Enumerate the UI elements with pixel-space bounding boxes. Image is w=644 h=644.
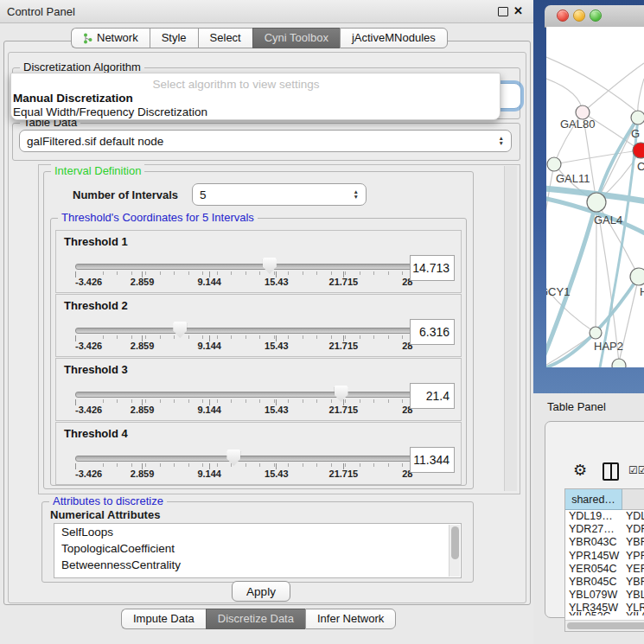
tab-select[interactable]: Select xyxy=(198,28,252,48)
table-row[interactable]: YBR043CYBR0 xyxy=(565,536,644,549)
threshold-1-panel: Threshold 1 -3.4262.8599.14415.4321.7152… xyxy=(55,230,462,293)
list-item[interactable]: TopologicalCoefficient xyxy=(61,542,175,555)
vertical-scrollbar[interactable] xyxy=(504,166,517,491)
threshold-4-label: Threshold 4 xyxy=(64,427,128,440)
node-label: GAL4 xyxy=(594,214,622,226)
group-label: Attributes to discretize xyxy=(49,494,167,507)
algorithm-dropdown-popup: Select algorithm to view settings Manual… xyxy=(10,73,501,120)
tab-style[interactable]: Style xyxy=(150,28,198,48)
table-panel-container: ⚙ ☑☑ shared… n YDL19…YDL1 YDR27…YDR2 YBR… xyxy=(545,421,644,618)
table-row[interactable]: YPR145WYPR1 xyxy=(565,550,644,563)
network-node-h[interactable] xyxy=(630,268,644,285)
threshold-3-value-field[interactable]: 21.4 xyxy=(410,383,455,409)
number-of-intervals-label: Number of Intervals xyxy=(73,188,178,201)
tab-infer-network[interactable]: Infer Network xyxy=(305,609,396,629)
tab-label: Network xyxy=(97,29,138,48)
tab-label: Impute Data xyxy=(133,609,194,628)
tab-label: Infer Network xyxy=(317,609,384,628)
table-row[interactable]: YDL19…YDL1 xyxy=(565,510,644,523)
tab-jactivemnodules[interactable]: jActiveMNodules xyxy=(340,28,448,48)
stepper-arrows-icon: ▲▼ xyxy=(354,189,359,200)
table-data-value: galFiltered.sif default node xyxy=(27,135,163,148)
network-node-hap2[interactable] xyxy=(590,327,602,339)
network-node-gal11[interactable] xyxy=(547,157,561,171)
control-panel-titlebar[interactable]: Control Panel ✕ xyxy=(0,0,533,23)
columns-icon[interactable] xyxy=(603,462,619,481)
threshold-1-value-field[interactable]: 14.713 xyxy=(410,255,455,281)
threshold-4-value-field[interactable]: 11.344 xyxy=(410,447,455,473)
number-of-intervals-combobox[interactable]: 5 ▲▼ xyxy=(192,183,367,206)
close-icon[interactable]: ✕ xyxy=(513,4,523,17)
dropdown-item-equal-width-frequency[interactable]: Equal Width/Frequency Discretization xyxy=(13,105,497,118)
threshold-2-slider[interactable] xyxy=(75,328,412,334)
dropdown-item-manual-discretization[interactable]: Manual Discretization xyxy=(13,92,497,105)
tab-label: jActiveMNodules xyxy=(352,29,436,48)
apply-button[interactable]: Apply xyxy=(232,581,290,602)
network-node-bottom[interactable] xyxy=(612,359,626,367)
table-panel: Table Panel ⚙ ☑☑ shared… n YDL19…YDL1 YD… xyxy=(533,393,644,644)
threshold-1-slider[interactable] xyxy=(75,264,412,270)
top-tab-bar: Network Style Select Cyni Toolbox jActiv… xyxy=(71,28,448,48)
node-label: HAP2 xyxy=(594,340,623,353)
list-item[interactable]: SelfLoops xyxy=(61,526,113,539)
node-label: GCY1 xyxy=(546,285,570,298)
tab-cyni-toolbox[interactable]: Cyni Toolbox xyxy=(252,28,340,48)
scrollbar-thumb[interactable] xyxy=(451,526,459,559)
scrollbar-thumb[interactable] xyxy=(567,622,644,629)
float-window-icon[interactable] xyxy=(498,7,508,16)
horizontal-scrollbar[interactable] xyxy=(565,620,644,631)
node-label: GAL80 xyxy=(560,118,595,131)
table-row[interactable]: YER054CYER0 xyxy=(565,563,644,576)
numerical-attributes-label: Numerical Attributes xyxy=(50,508,160,521)
list-item[interactable]: BetweennessCentrality xyxy=(61,558,181,571)
slider-scale: -3.4262.8599.14415.4321.71528 xyxy=(75,341,411,353)
list-scrollbar[interactable] xyxy=(449,525,460,577)
network-icon xyxy=(83,33,92,44)
threshold-3-slider[interactable] xyxy=(75,392,412,398)
column-header-shared[interactable]: shared… xyxy=(565,489,622,510)
slider-scale: -3.4262.8599.14415.4321.71528 xyxy=(75,405,411,417)
control-panel-window: Control Panel ✕ Network Style Select Cyn… xyxy=(0,0,533,644)
tab-impute-data[interactable]: Impute Data xyxy=(121,609,206,629)
tab-label: Select xyxy=(210,29,241,48)
threshold-4-slider[interactable] xyxy=(75,456,412,462)
select-columns-checkboxes-icon[interactable]: ☑☑ xyxy=(628,464,644,476)
gear-icon[interactable]: ⚙ xyxy=(573,461,587,480)
threshold-3-panel: Threshold 3 -3.4262.8599.14415.4321.7152… xyxy=(55,358,462,421)
tab-discretize-data[interactable]: Discretize Data xyxy=(206,609,305,629)
numerical-attributes-list[interactable]: SelfLoops TopologicalCoefficient Between… xyxy=(54,523,462,578)
network-node-gal4[interactable] xyxy=(587,193,606,212)
table-row[interactable]: YDR27…YDR2 xyxy=(565,523,644,536)
minimize-traffic-light[interactable] xyxy=(573,10,585,22)
network-node-red[interactable] xyxy=(633,143,644,158)
table-row[interactable]: YBR045CYBR0 xyxy=(565,576,644,589)
node-table: shared… n YDL19…YDL1 YDR27…YDR2 YBR043CY… xyxy=(564,488,644,632)
dropdown-hint: Select algorithm to view settings xyxy=(89,78,383,91)
table-row[interactable]: YIL052CYIL0 xyxy=(565,610,644,615)
tab-label: Discretize Data xyxy=(218,609,294,628)
node-label: C xyxy=(637,160,644,173)
threshold-2-label: Threshold 2 xyxy=(64,299,128,312)
table-data-combobox[interactable]: galFiltered.sif default node ▲▼ xyxy=(19,130,512,152)
window-title: Control Panel xyxy=(7,5,75,18)
threshold-2-value-field[interactable]: 6.316 xyxy=(410,319,455,345)
network-node-g[interactable] xyxy=(631,111,644,124)
threshold-1-label: Threshold 1 xyxy=(64,235,128,248)
group-label: Threshold's Coordinates for 5 Intervals xyxy=(58,211,258,224)
table-row[interactable]: YBL079WYBL0 xyxy=(565,589,644,602)
close-traffic-light[interactable] xyxy=(557,10,569,22)
network-view-window[interactable]: GAL80 G C GAL11 GAL4 GCY1 H HAP2 xyxy=(533,0,644,393)
slider-scale: -3.4262.8599.14415.4321.71528 xyxy=(75,469,411,481)
tab-label: Style xyxy=(162,29,187,48)
column-header-name[interactable]: n xyxy=(622,489,644,510)
bottom-tab-bar: Impute Data Discretize Data Infer Networ… xyxy=(121,609,396,629)
tab-label: Cyni Toolbox xyxy=(265,29,328,48)
screen: Control Panel ✕ Network Style Select Cyn… xyxy=(0,0,644,644)
network-canvas[interactable]: GAL80 G C GAL11 GAL4 GCY1 H HAP2 xyxy=(546,27,644,367)
table-rows: YDL19…YDL1 YDR27…YDR2 YBR043CYBR0 YPR145… xyxy=(565,510,644,615)
network-window-titlebar[interactable] xyxy=(545,5,644,28)
zoom-traffic-light[interactable] xyxy=(590,10,602,22)
threshold-3-label: Threshold 3 xyxy=(64,363,128,376)
group-label: Interval Definition xyxy=(51,164,144,177)
tab-network[interactable]: Network xyxy=(71,28,150,48)
